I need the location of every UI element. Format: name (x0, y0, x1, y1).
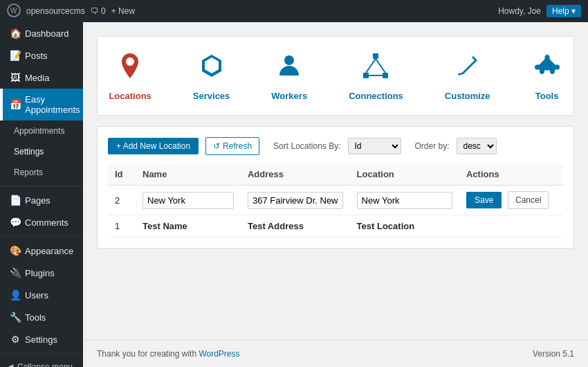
sidebar-label-easy-appointments: Easy Appointments (25, 94, 80, 115)
sidebar-label-dashboard: Dashboard (25, 28, 69, 39)
posts-icon: 📝 (10, 50, 21, 61)
sidebar-item-posts[interactable]: 📝 Posts (0, 44, 83, 66)
nav-item-services[interactable]: Services (183, 47, 241, 105)
sidebar-label-users: Users (25, 290, 48, 301)
sidebar: 🏠 Dashboard 📝 Posts 🖼 Media 📅 Easy Appoi… (0, 22, 83, 367)
row-id: 1 (108, 215, 136, 238)
main-content: Locations Services (83, 22, 588, 340)
svg-text:W: W (10, 7, 17, 15)
nav-item-connections[interactable]: Connections (338, 47, 414, 105)
sidebar-label-settings-sub: Settings (14, 147, 44, 156)
sidebar-separator-2 (0, 236, 83, 237)
refresh-icon: ↺ (213, 141, 220, 151)
sidebar-label-appearance: Appearance (25, 246, 73, 256)
editing-row-location-cell (350, 186, 459, 215)
sidebar-item-dashboard[interactable]: 🏠 Dashboard (0, 22, 83, 44)
plugins-icon: 🔌 (10, 267, 21, 278)
footer: Thank you for creating with WordPress Ve… (83, 340, 588, 367)
collapse-menu-label: Collapse menu (17, 362, 73, 367)
help-button[interactable]: Help ▾ (546, 5, 581, 17)
editing-row-address-cell (241, 186, 350, 215)
services-icon (196, 51, 227, 87)
collapse-menu-button[interactable]: ◀ Collapse menu (0, 357, 83, 367)
table-header: Id Name Address Location Actions (108, 163, 563, 186)
new-link[interactable]: + New (111, 6, 135, 16)
sidebar-item-reports[interactable]: Reports (0, 162, 83, 183)
location-input[interactable] (357, 192, 452, 209)
top-bar-right: Howdy, Joe Help ▾ (498, 5, 581, 17)
sidebar-label-media: Media (25, 73, 49, 83)
save-button[interactable]: Save (466, 192, 502, 208)
dashboard-icon: 🏠 (10, 28, 21, 39)
top-bar: W opensourcecms 🗨 0 + New Howdy, Joe Hel… (0, 0, 588, 22)
editing-row-actions: Save Cancel (459, 186, 563, 215)
tools-plugin-icon (532, 51, 562, 87)
address-input[interactable] (248, 192, 343, 209)
connections-icon (360, 51, 391, 87)
tools-icon: 🔧 (10, 312, 21, 323)
nav-label-workers: Workers (271, 91, 307, 101)
comments-link[interactable]: 🗨 0 (91, 6, 106, 16)
sidebar-item-settings[interactable]: ⚙ Settings (0, 328, 83, 350)
nav-label-locations: Locations (109, 91, 151, 101)
sidebar-item-easy-appointments[interactable]: 📅 Easy Appointments (0, 89, 83, 120)
nav-label-customize: Customize (445, 91, 490, 101)
row-address: Test Address (241, 215, 350, 238)
table-row: 1 Test Name Test Address Test Location (108, 215, 563, 238)
table-area: + Add New Location ↺ ↺ Refresh Refresh S… (97, 126, 574, 249)
col-header-location: Location (350, 163, 459, 186)
users-icon: 👤 (10, 289, 21, 301)
add-new-location-button[interactable]: + Add New Location (108, 138, 199, 154)
settings-icon: ⚙ (10, 334, 21, 345)
workers-icon (274, 51, 304, 87)
sidebar-label-plugins: Plugins (25, 268, 55, 278)
collapse-arrow-icon: ◀ (7, 362, 13, 367)
nav-item-locations[interactable]: Locations (98, 47, 161, 105)
sidebar-item-appointments[interactable]: Appointments (0, 120, 83, 141)
editing-row-id: 2 (108, 186, 136, 215)
sidebar-item-settings-sub[interactable]: Settings (0, 141, 83, 162)
nav-label-services: Services (193, 91, 230, 101)
site-name[interactable]: opensourcecms (26, 6, 85, 16)
sidebar-label-comments: Comments (25, 217, 68, 228)
refresh-button[interactable]: ↺ ↺ Refresh Refresh (205, 137, 259, 155)
svg-line-6 (366, 59, 376, 73)
sidebar-label-appointments: Appointments (14, 126, 64, 136)
howdy-text: Howdy, Joe (498, 6, 541, 16)
row-location: Test Location (350, 215, 459, 238)
sidebar-item-pages[interactable]: 📄 Pages (0, 189, 83, 211)
wordpress-link[interactable]: WordPress (199, 349, 239, 359)
sidebar-item-plugins[interactable]: 🔌 Plugins (0, 262, 83, 284)
sidebar-item-appearance[interactable]: 🎨 Appearance (0, 240, 83, 262)
sort-select[interactable]: Id Name Address (348, 138, 401, 154)
nav-item-customize[interactable]: Customize (434, 47, 501, 105)
nav-label-connections: Connections (349, 91, 403, 101)
sidebar-item-tools[interactable]: 🔧 Tools (0, 306, 83, 328)
nav-item-workers[interactable]: Workers (261, 47, 318, 105)
cancel-button[interactable]: Cancel (508, 191, 549, 209)
svg-rect-3 (373, 53, 378, 59)
pages-icon: 📄 (10, 195, 21, 206)
col-header-name: Name (136, 163, 241, 186)
name-input[interactable] (143, 192, 234, 209)
sidebar-label-pages: Pages (25, 195, 50, 206)
order-select[interactable]: desc asc (457, 138, 497, 154)
col-header-address: Address (241, 163, 350, 186)
sidebar-label-settings: Settings (25, 334, 57, 345)
locations-icon (115, 51, 145, 87)
sidebar-item-users[interactable]: 👤 Users (0, 284, 83, 306)
comments-icon: 💬 (10, 217, 21, 228)
sidebar-item-media[interactable]: 🖼 Media (0, 66, 83, 89)
appearance-icon: 🎨 (10, 245, 21, 256)
col-header-id: Id (108, 163, 136, 186)
nav-item-tools[interactable]: Tools (522, 47, 573, 105)
table-body: 2 Save Cance (108, 186, 563, 238)
comments-count: 0 (101, 6, 106, 16)
sidebar-item-comments[interactable]: 💬 Comments (0, 211, 83, 233)
main-layout: 🏠 Dashboard 📝 Posts 🖼 Media 📅 Easy Appoi… (0, 0, 588, 367)
customize-icon (452, 51, 483, 87)
svg-point-2 (284, 55, 294, 65)
wp-logo-icon[interactable]: W (7, 3, 21, 19)
sidebar-label-tools: Tools (25, 312, 46, 323)
sidebar-separator-1 (0, 186, 83, 186)
